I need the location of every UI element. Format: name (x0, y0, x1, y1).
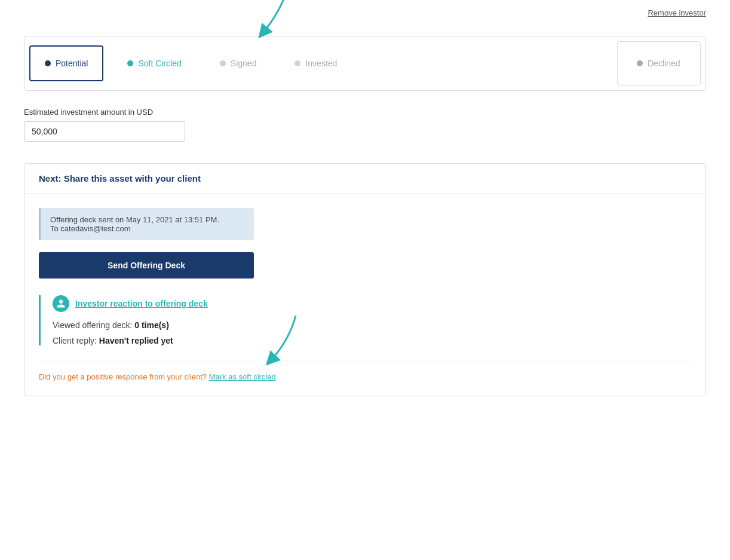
offering-sent-line2: To catedavis@test.com (50, 224, 244, 233)
offering-sent-box: Offering deck sent on May 11, 2021 at 13… (39, 208, 254, 240)
status-main: Potential Soft Circled Signed Invested (24, 36, 612, 90)
investment-section: Estimated investment amount in USD (24, 108, 706, 142)
status-item-declined[interactable]: Declined (617, 41, 701, 85)
signed-label: Signed (231, 59, 257, 68)
positive-prompt: Did you get a positive response from you… (39, 372, 691, 381)
reply-stat: Client reply: Haven't replied yet (53, 336, 691, 345)
next-card: Next: Share this asset with your client … (24, 163, 706, 396)
status-item-soft-circled[interactable]: Soft Circled (108, 42, 200, 85)
investment-label: Estimated investment amount in USD (24, 108, 706, 117)
soft-circled-dot (127, 60, 133, 66)
mark-as-soft-circled-link[interactable]: Mark as soft circled (209, 372, 276, 381)
offering-sent-line1: Offering deck sent on May 11, 2021 at 13… (50, 215, 244, 224)
section-divider (39, 360, 691, 360)
declined-label: Declined (648, 59, 680, 68)
user-icon (53, 295, 69, 312)
potential-label: Potential (56, 59, 88, 68)
invested-dot (295, 60, 300, 66)
prompt-text: Did you get a positive response from you… (39, 372, 207, 381)
investor-reaction-section: Investor reaction to offering deck Viewe… (39, 295, 691, 345)
send-offering-deck-button[interactable]: Send Offering Deck (39, 252, 254, 279)
arrows-wrapper: Potential Soft Circled Signed Invested (24, 36, 706, 91)
reaction-title[interactable]: Investor reaction to offering deck (75, 299, 208, 308)
investment-input[interactable] (24, 121, 185, 142)
page-container: Remove investor Potential Soft Circled (0, 0, 730, 560)
viewed-label: Viewed offering deck: (53, 320, 134, 330)
status-item-invested[interactable]: Invested (275, 42, 356, 85)
viewed-value: 0 time(s) (134, 320, 169, 330)
status-item-signed[interactable]: Signed (201, 42, 276, 85)
remove-investor-link[interactable]: Remove investor (648, 8, 706, 17)
user-svg (56, 299, 66, 308)
next-card-header: Next: Share this asset with your client (24, 164, 706, 194)
bottom-prompt-wrapper: Did you get a positive response from you… (39, 372, 691, 381)
viewed-stat: Viewed offering deck: 0 time(s) (53, 320, 691, 330)
soft-circled-label: Soft Circled (138, 59, 181, 68)
reply-value: Haven't replied yet (99, 336, 173, 345)
potential-dot (45, 60, 51, 66)
signed-dot (220, 60, 226, 66)
invested-label: Invested (305, 59, 337, 68)
status-bar: Potential Soft Circled Signed Invested (24, 36, 706, 91)
reaction-header: Investor reaction to offering deck (53, 295, 691, 312)
declined-dot (637, 60, 643, 66)
next-card-body: Offering deck sent on May 11, 2021 at 13… (24, 194, 706, 396)
reply-label: Client reply: (53, 336, 99, 345)
status-item-potential[interactable]: Potential (29, 45, 103, 81)
